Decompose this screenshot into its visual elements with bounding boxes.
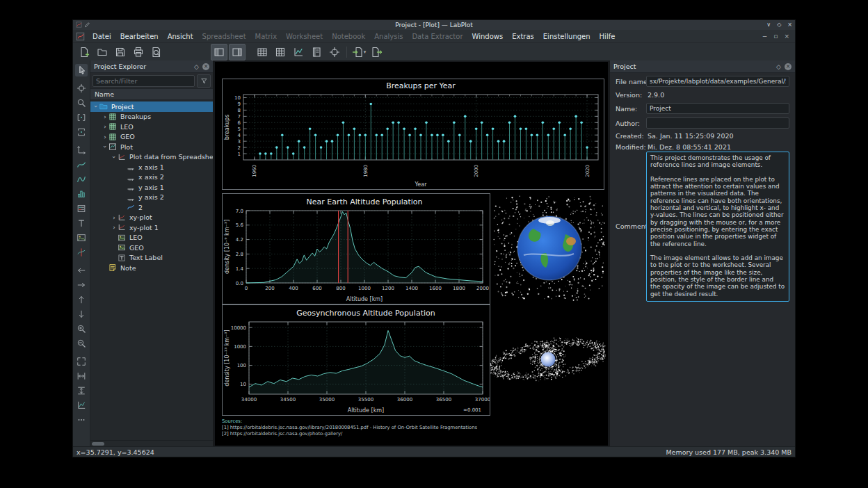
tree-item-leo[interactable]: ›LEO [90, 233, 213, 243]
search-filter-input[interactable] [93, 75, 195, 87]
tree-item-x-axis-2[interactable]: ›x axis 2 [90, 172, 213, 183]
close-button[interactable]: × [787, 20, 792, 30]
float-dock-icon[interactable]: ◇ [776, 63, 781, 70]
shift-up-tool-button[interactable] [75, 293, 88, 306]
float-dock-icon[interactable]: ◇ [194, 63, 199, 70]
menu-ansicht[interactable]: Ansicht [163, 31, 198, 42]
new-worksheet-button[interactable] [290, 44, 307, 60]
add-plot-tool-button[interactable] [75, 399, 88, 412]
import-button[interactable]: ▾ [351, 44, 367, 60]
menu-windows[interactable]: Windows [468, 31, 508, 42]
properties-header[interactable]: Project ◇ × [610, 60, 795, 73]
add-reference-line-tool-button[interactable] [75, 246, 88, 259]
tree-item-2[interactable]: ›2 [90, 202, 213, 213]
author-input[interactable] [646, 117, 789, 129]
tree-item-plot[interactable]: ›Plot [90, 142, 213, 152]
tree-item-x-axis-1[interactable]: ›x axis 1 [90, 162, 213, 172]
menu-matrix[interactable]: Matrix [251, 31, 281, 42]
new-notebook-button[interactable] [308, 44, 325, 60]
print-preview-button[interactable] [148, 44, 165, 60]
open-project-button[interactable] [94, 44, 111, 60]
new-matrix-button[interactable] [272, 44, 289, 60]
tree-expander-icon[interactable]: › [93, 103, 99, 110]
close-dock-icon[interactable]: × [202, 63, 209, 70]
tree-expander-icon[interactable]: › [102, 133, 108, 140]
tree-item-plot-data-from-spreadsheet[interactable]: ›Plot data from Spreadsheet [90, 152, 213, 163]
tree-item-project[interactable]: ›Project [90, 101, 213, 112]
tree-item-geo[interactable]: ›GEO [90, 132, 213, 143]
menu-notebook[interactable]: Notebook [328, 31, 369, 42]
tree-item-y-axis-1[interactable]: ›y axis 1 [90, 182, 213, 193]
sources-text-label[interactable]: Sources: [1] https://orbitaldebris.jsc.n… [222, 418, 477, 437]
tree-expander-icon[interactable]: › [111, 224, 118, 231]
export-button[interactable] [369, 44, 385, 60]
mdi-minimize-button[interactable]: − [760, 33, 771, 40]
shift-down-tool-button[interactable] [75, 308, 88, 320]
select-tool-button[interactable] [75, 64, 88, 76]
new-spreadsheet-button[interactable] [254, 44, 271, 60]
auto-scale-x-tool-button[interactable] [75, 370, 88, 382]
add-curve-tool-button[interactable] [75, 158, 88, 171]
add-text-label-tool-button[interactable] [75, 217, 88, 229]
add-legend-tool-button[interactable] [75, 202, 88, 215]
zoom-in-tool-button[interactable] [75, 323, 88, 335]
filter-options-button[interactable] [197, 74, 211, 88]
menu-analysis[interactable]: Analysis [370, 31, 407, 42]
tree-column-header[interactable]: Name [90, 88, 213, 100]
maximize-button[interactable]: ◇ [777, 20, 781, 30]
shift-right-tool-button[interactable] [75, 279, 88, 291]
name-input[interactable] [646, 103, 789, 114]
add-equation-curve-tool-button[interactable] [75, 173, 88, 186]
tree-expander-icon[interactable]: › [111, 214, 118, 221]
titlebar[interactable]: Project - [Plot] — LabPlot ∨ ◇ × [73, 20, 795, 30]
menu-einstellungen[interactable]: Einstellungen [539, 31, 595, 42]
shift-left-tool-button[interactable] [75, 264, 88, 277]
tree-item-xy-plot[interactable]: ›xy-plot [90, 213, 213, 223]
comment-textarea[interactable]: This project demonstrates the usage of r… [646, 152, 789, 302]
save-project-button[interactable] [112, 44, 129, 60]
menu-worksheet[interactable]: Worksheet [282, 31, 327, 42]
zoom-x-select-tool-button[interactable] [75, 111, 88, 124]
zoom-out-tool-button[interactable] [75, 337, 88, 350]
add-histogram-tool-button[interactable] [75, 188, 88, 200]
tree-expander-icon[interactable]: › [102, 113, 108, 120]
tree-item-geo[interactable]: ›GEO [90, 243, 213, 253]
tree-item-y-axis-2[interactable]: ›y axis 2 [90, 193, 213, 203]
tree-item-leo[interactable]: ›LEO [90, 122, 213, 132]
geosynchronous-altitude-plot[interactable]: 3400034500350003550036000365003700010100… [222, 304, 490, 416]
zoom-select-tool-button[interactable] [75, 97, 88, 109]
mdi-restore-button[interactable]: ▫ [771, 33, 780, 40]
dropdown-caret-icon[interactable]: ▾ [364, 49, 367, 55]
new-project-button[interactable] [76, 44, 93, 60]
tree-item-note[interactable]: ›Note [90, 263, 213, 273]
crosshair-tool-button[interactable] [75, 82, 88, 95]
add-axis-tool-button[interactable] [75, 144, 88, 156]
menu-datei[interactable]: Datei [88, 31, 115, 42]
leo-debris-image[interactable] [493, 195, 606, 301]
breakups-per-year-plot[interactable]: 196019802000202012345678910Breakups per … [222, 79, 604, 190]
toggle-project-explorer-button[interactable] [211, 44, 227, 60]
tree-item-text-label[interactable]: ›Text Label [90, 253, 213, 263]
add-image-tool-button[interactable] [75, 231, 88, 244]
menu-bearbeiten[interactable]: Bearbeiten [116, 31, 163, 42]
worksheet-canvas[interactable]: 196019802000202012345678910Breakups per … [215, 62, 608, 446]
menu-spreadsheet[interactable]: Spreadsheet [198, 31, 250, 42]
near-earth-altitude-plot[interactable]: 02004006008001000120014001600180020000.0… [222, 193, 490, 304]
tree-item-xy-plot-1[interactable]: ›xy-plot 1 [90, 222, 213, 233]
menu-hilfe[interactable]: Hilfe [595, 31, 620, 42]
auto-scale-y-tool-button[interactable] [75, 384, 88, 397]
auto-scale-tool-button[interactable] [75, 355, 88, 368]
tree-item-breakups[interactable]: ›Breakups [90, 112, 213, 122]
worksheet-view[interactable]: 196019802000202012345678910Breakups per … [214, 60, 609, 447]
minimize-button[interactable]: ∨ [766, 20, 771, 30]
print-button[interactable] [130, 44, 147, 60]
project-explorer-header[interactable]: Project Explorer ◇ × [90, 60, 213, 73]
tree-expander-icon[interactable]: › [102, 123, 108, 130]
toggle-properties-dock-button[interactable] [229, 44, 246, 60]
tree-expander-icon[interactable]: › [102, 143, 108, 150]
geo-debris-image[interactable] [490, 307, 606, 412]
data-extractor-button[interactable] [326, 44, 343, 60]
mdi-close-button[interactable]: × [781, 33, 792, 40]
close-dock-icon[interactable]: × [785, 63, 791, 70]
more-tools-button[interactable] [75, 414, 88, 426]
